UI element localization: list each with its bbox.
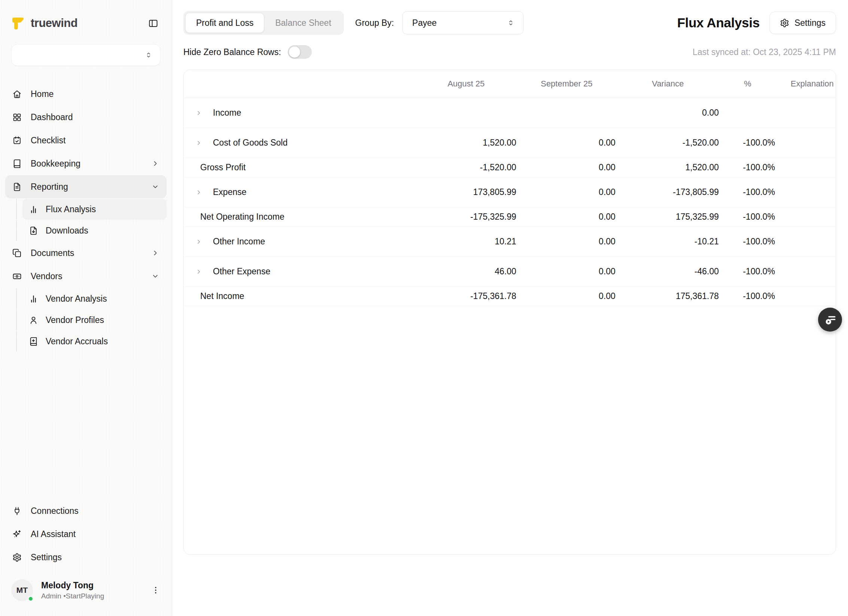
book-plus-icon (29, 337, 38, 346)
download-icon (29, 226, 38, 235)
value-explanation (776, 128, 836, 158)
sidebar-item[interactable]: Documents (5, 241, 167, 265)
account-cell: Income (184, 98, 415, 128)
book-icon (12, 159, 22, 168)
sidebar-item[interactable]: Connections (5, 499, 167, 522)
company-selector[interactable] (11, 44, 161, 66)
expand-row-icon[interactable] (195, 238, 202, 246)
value-august: 10.21 (415, 226, 517, 256)
sidebar-footer-nav: Connections AI Assistant Settings (0, 499, 172, 569)
value-august: -175,325.99 (415, 207, 517, 226)
truewind-logo-icon (10, 16, 25, 31)
expand-row-icon[interactable] (195, 109, 202, 117)
sidebar-item[interactable]: Flux Analysis (22, 199, 167, 220)
account-cell: Other Income (184, 226, 415, 256)
value-percent: -100.0% (720, 256, 776, 286)
value-variance: -173,805.99 (616, 177, 720, 207)
user-icon (29, 315, 38, 325)
sidebar-item-label: Dashboard (31, 112, 73, 122)
report-tab[interactable]: Profit and Loss (185, 13, 264, 33)
value-percent: -100.0% (720, 177, 776, 207)
table-row: Other Income 10.21 0.00 -10.21 -100.0% (184, 226, 836, 256)
sidebar-item[interactable]: Vendor Analysis (22, 288, 167, 309)
table-row: Net Operating Income -175,325.99 0.00 17… (184, 207, 836, 226)
hide-zero-toggle[interactable] (288, 45, 312, 59)
table-options-row: Hide Zero Balance Rows: Last synced at: … (183, 45, 836, 60)
value-september: 0.00 (517, 207, 616, 226)
sidebar-item[interactable]: Bookkeeping (5, 152, 167, 175)
home-icon (12, 89, 22, 99)
value-explanation (776, 207, 836, 226)
value-variance: 175,361.78 (616, 286, 720, 306)
account-cell: Gross Profit (184, 158, 415, 177)
table-header-row: August 25 September 25 Variance % Explan… (184, 70, 836, 98)
kebab-menu-icon[interactable] (151, 585, 161, 595)
value-variance: 1,520.00 (616, 158, 720, 177)
value-percent: -100.0% (720, 158, 776, 177)
user-text: Melody Tong Admin •StartPlaying (41, 580, 104, 600)
sidebar-item[interactable]: Settings (5, 546, 167, 569)
last-synced-text: Last synced at: Oct 23, 2025 4:11 PM (693, 47, 836, 57)
sidebar-item-label: Connections (31, 506, 79, 516)
sidebar-item[interactable]: Vendors (5, 265, 167, 288)
app-window: truewind Home Dashbo (0, 0, 848, 616)
settings-button-label: Settings (794, 18, 826, 28)
settings-button[interactable]: Settings (769, 12, 836, 34)
user-name: Melody Tong (41, 580, 104, 591)
sidebar-item-label: Vendors (31, 271, 62, 281)
toggle-knob (289, 46, 300, 58)
value-percent: -100.0% (720, 286, 776, 306)
sidebar-item[interactable]: AI Assistant (5, 522, 167, 546)
chevrons-up-down-icon (144, 51, 153, 59)
flux-analysis-table-card: August 25 September 25 Variance % Explan… (183, 70, 836, 555)
value-explanation (776, 177, 836, 207)
floating-action-button[interactable] (818, 308, 842, 332)
value-explanation (776, 98, 836, 128)
plug-icon (12, 506, 22, 516)
account-name: Gross Profit (200, 162, 245, 172)
sidebar-item-label: Vendor Analysis (46, 294, 107, 304)
account-cell: Net Operating Income (184, 207, 415, 226)
sidebar-item[interactable]: Downloads (22, 220, 167, 241)
account-cell: Net Income (184, 286, 415, 306)
account-name: Other Income (213, 237, 265, 246)
report-tab[interactable]: Balance Sheet (264, 13, 342, 33)
sidebar-item[interactable]: Vendor Accruals (22, 331, 167, 352)
column-header-percent: % (720, 70, 776, 98)
value-explanation (776, 226, 836, 256)
value-variance: 0.00 (616, 98, 720, 128)
user-menu[interactable]: MT Melody Tong Admin •StartPlaying (0, 569, 172, 616)
account-cell: Expense (184, 177, 415, 207)
down-icon (151, 183, 159, 191)
sidebar-item-label: Vendor Accruals (46, 336, 108, 347)
checklist-icon (12, 136, 22, 145)
column-header-variance: Variance (616, 70, 720, 98)
sidebar-item-label: Home (31, 89, 54, 99)
group-by-select[interactable]: Payee (402, 11, 524, 34)
expand-row-icon[interactable] (195, 268, 202, 275)
sidebar-item[interactable]: Home (5, 82, 167, 106)
sidebar-item[interactable]: Checklist (5, 129, 167, 152)
list-play-icon (823, 313, 837, 326)
report-tab-label: Profit and Loss (196, 18, 253, 28)
account-name: Net Income (200, 291, 244, 301)
value-september: 0.00 (517, 177, 616, 207)
expand-row-icon[interactable] (195, 189, 202, 196)
panel-toggle-icon[interactable] (148, 18, 158, 28)
sidebar-item-label: Downloads (46, 226, 88, 236)
table-row: Other Expense 46.00 0.00 -46.00 -100.0% (184, 256, 836, 286)
value-explanation (776, 158, 836, 177)
value-september: 0.00 (517, 226, 616, 256)
user-role: Admin •StartPlaying (41, 592, 104, 600)
sidebar-item[interactable]: Vendor Profiles (22, 309, 167, 330)
sidebar-item-label: Settings (31, 552, 62, 562)
value-august: 173,805.99 (415, 177, 517, 207)
sidebar-item[interactable]: Dashboard (5, 106, 167, 129)
account-name: Expense (213, 187, 247, 197)
account-name: Cost of Goods Sold (213, 138, 287, 147)
brand-row: truewind (0, 0, 172, 31)
sidebar-item[interactable]: Reporting (5, 175, 167, 198)
report-icon (12, 182, 22, 192)
gear-icon (12, 553, 22, 562)
expand-row-icon[interactable] (195, 139, 202, 147)
